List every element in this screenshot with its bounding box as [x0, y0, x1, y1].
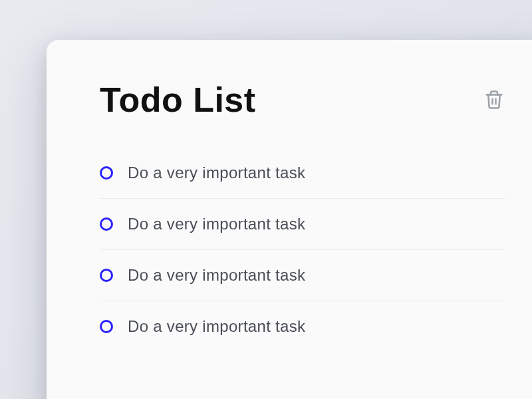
page-title: Todo List: [100, 80, 256, 120]
task-label: Do a very important task: [128, 164, 305, 182]
task-radio[interactable]: [100, 217, 113, 231]
list-item[interactable]: Do a very important task: [100, 199, 505, 250]
task-label: Do a very important task: [128, 266, 305, 285]
task-radio[interactable]: [100, 320, 113, 333]
list-item[interactable]: Do a very important task: [100, 250, 505, 301]
header: Todo List: [100, 80, 505, 120]
task-list: Do a very important task Do a very impor…: [100, 148, 505, 352]
todo-card: Todo List Do a very important task Do a …: [47, 40, 532, 399]
list-item[interactable]: Do a very important task: [100, 301, 505, 352]
task-radio[interactable]: [100, 269, 113, 282]
task-label: Do a very important task: [128, 317, 305, 336]
list-item[interactable]: Do a very important task: [100, 148, 505, 199]
trash-icon: [484, 89, 504, 110]
clear-all-button[interactable]: [483, 88, 505, 111]
task-label: Do a very important task: [128, 215, 305, 233]
task-radio[interactable]: [100, 166, 113, 180]
